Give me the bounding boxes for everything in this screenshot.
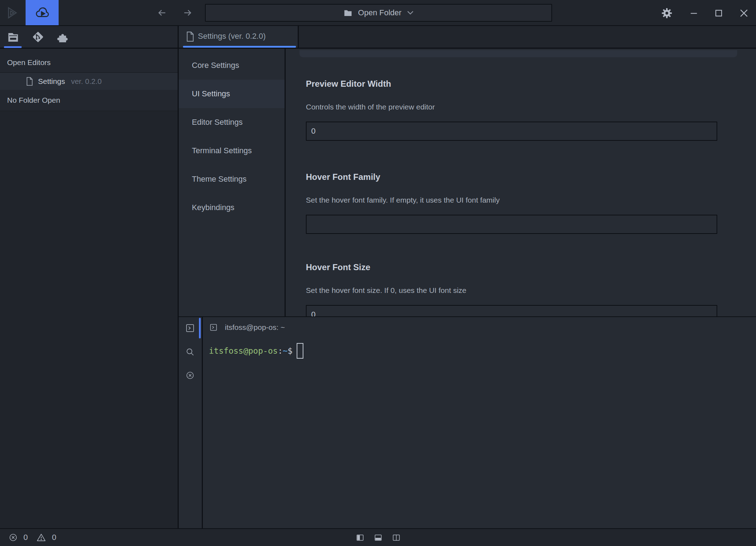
- setting-description: Set the hover font family. If empty, it …: [306, 196, 717, 204]
- minimize-icon: [688, 8, 699, 18]
- prompt-user-host: itsfoss@pop-os: [209, 346, 278, 355]
- sidebar-empty-area: [0, 111, 178, 528]
- panel-icon-bar: [179, 317, 202, 528]
- tab-bar: Settings (ver. 0.2.0): [179, 26, 756, 48]
- terminal-prompt[interactable]: itsfoss@pop-os:~$: [209, 343, 303, 359]
- active-tab-underline: [183, 46, 296, 48]
- top-row: Settings (ver. 0.2.0): [0, 26, 756, 49]
- terminal-panel: itsfoss@pop-os: ~ itsfoss@pop-os:~$: [179, 317, 756, 528]
- status-bar: 0 0: [0, 528, 756, 546]
- remote-connection-button[interactable]: [26, 0, 59, 25]
- settings-panel: Preview Editor Width Controls the width …: [286, 50, 756, 316]
- arrow-right-icon: [182, 7, 193, 18]
- settings-nav-ui[interactable]: UI Settings: [179, 80, 285, 108]
- open-editor-item-settings[interactable]: Settings ver. 0.2.0: [0, 73, 178, 90]
- terminal-content: itsfoss@pop-os: ~ itsfoss@pop-os:~$: [203, 317, 756, 528]
- layout-toggles: [356, 529, 401, 546]
- warning-count-icon: [36, 532, 46, 542]
- settings-nav-theme[interactable]: Theme Settings: [179, 165, 285, 193]
- file-explorer-tab-button[interactable]: [6, 30, 20, 44]
- setting-description: Controls the width of the preview editor: [306, 102, 717, 111]
- setting-item-preview-editor-width: Preview Editor Width Controls the width …: [306, 79, 717, 141]
- open-folder-label: Open Folder: [358, 8, 401, 17]
- close-icon: [738, 7, 750, 19]
- document-icon: [26, 77, 33, 86]
- problems-status[interactable]: 0 0: [9, 529, 56, 546]
- navigate-forward-button[interactable]: [180, 6, 195, 19]
- settings-nav-editor[interactable]: Editor Settings: [179, 108, 285, 136]
- file-explorer-icon: [6, 30, 20, 44]
- sidebar: Open Editors Settings ver. 0.2.0 No Fold…: [0, 49, 178, 528]
- settings-nav: Core Settings UI Settings Editor Setting…: [179, 50, 285, 316]
- terminal-tab-title: itsfoss@pop-os: ~: [225, 323, 285, 332]
- left-panel-icon: [356, 533, 364, 542]
- settings-nav-core[interactable]: Core Settings: [179, 51, 285, 80]
- circled-x-icon: [185, 371, 195, 380]
- settings-gear-button[interactable]: [659, 6, 674, 21]
- toggle-left-panel-button[interactable]: [356, 533, 364, 542]
- settings-content: Preview Editor Width Controls the width …: [306, 50, 717, 316]
- terminal-cursor: [297, 343, 303, 359]
- cloud-play-icon: [34, 5, 50, 21]
- titlebar: Open Folder: [0, 0, 756, 26]
- setting-item-hover-font-family: Hover Font Family Set the hover font fam…: [306, 172, 717, 234]
- document-icon: [185, 31, 195, 42]
- close-button[interactable]: [736, 6, 751, 21]
- error-count: 0: [23, 533, 28, 542]
- setting-title: Preview Editor Width: [306, 79, 717, 89]
- chevron-down-icon: [407, 10, 414, 15]
- minimize-button[interactable]: [686, 6, 701, 21]
- open-editor-version: ver. 0.2.0: [71, 77, 102, 86]
- warning-count: 0: [52, 533, 56, 542]
- open-editor-name: Settings: [38, 77, 65, 86]
- arrow-left-icon: [156, 7, 168, 18]
- no-folder-open-header[interactable]: No Folder Open: [0, 90, 178, 111]
- toggle-right-panel-button[interactable]: [392, 533, 401, 542]
- hover-font-family-input[interactable]: [306, 215, 717, 234]
- open-folder-button[interactable]: Open Folder: [205, 4, 552, 22]
- hover-font-size-input[interactable]: [306, 305, 717, 316]
- prompt-symbol: $: [288, 346, 293, 355]
- preview-editor-width-input[interactable]: [306, 122, 717, 141]
- open-editors-header[interactable]: Open Editors: [0, 53, 178, 72]
- source-control-tab-button[interactable]: [31, 30, 45, 44]
- prompt-path: ~: [283, 346, 288, 355]
- lapce-window: Open Folder: [0, 0, 756, 546]
- setting-item-hover-font-size: Hover Font Size Set the hover font size.…: [306, 262, 717, 316]
- error-count-icon: [9, 533, 18, 542]
- terminal-panel-button[interactable]: [185, 323, 195, 333]
- active-tab-underline: [4, 46, 22, 48]
- setting-title: Hover Font Size: [306, 262, 717, 272]
- search-icon: [185, 347, 195, 357]
- terminal-tab[interactable]: itsfoss@pop-os: ~: [203, 317, 756, 338]
- settings-nav-keybindings[interactable]: Keybindings: [179, 193, 285, 222]
- toggle-bottom-panel-button[interactable]: [374, 533, 383, 542]
- prompt-colon: :: [278, 346, 283, 355]
- activity-bar: [0, 26, 178, 48]
- settings-nav-terminal[interactable]: Terminal Settings: [179, 136, 285, 165]
- setting-description: Set the hover font size. If 0, uses the …: [306, 286, 717, 295]
- right-panel-icon: [392, 533, 401, 542]
- tab-label: Settings (ver. 0.2.0): [198, 26, 266, 47]
- problems-panel-button[interactable]: [185, 370, 195, 381]
- lapce-logo-icon: [5, 6, 19, 20]
- search-panel-button[interactable]: [185, 347, 195, 357]
- terminal-icon: [209, 323, 218, 332]
- puzzle-icon: [56, 31, 69, 43]
- gear-icon: [660, 7, 673, 20]
- bottom-panel-icon: [374, 533, 383, 542]
- tab-settings[interactable]: Settings (ver. 0.2.0): [179, 26, 299, 48]
- terminal-icon: [185, 323, 195, 333]
- setting-title: Hover Font Family: [306, 172, 717, 182]
- git-icon: [31, 30, 45, 44]
- navigate-back-button[interactable]: [155, 6, 169, 19]
- extensions-tab-button[interactable]: [56, 30, 70, 44]
- active-panel-indicator: [199, 318, 201, 338]
- maximize-icon: [713, 8, 724, 18]
- folder-icon: [343, 8, 353, 18]
- maximize-button[interactable]: [711, 6, 726, 21]
